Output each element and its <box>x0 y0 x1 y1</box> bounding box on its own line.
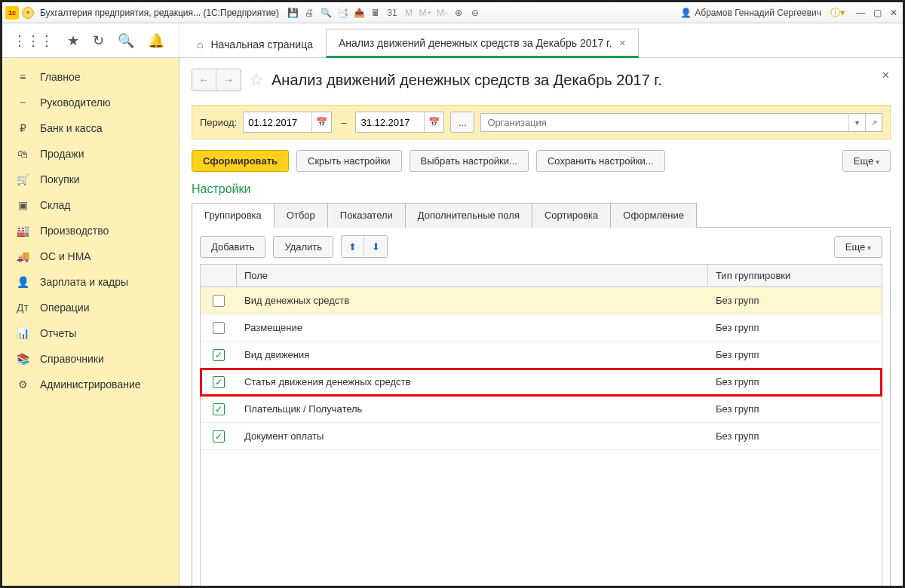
organization-field[interactable] <box>481 114 848 131</box>
calendar-icon[interactable]: 31 <box>386 7 398 19</box>
move-up-button[interactable]: ⬆ <box>342 236 364 257</box>
user-name: Абрамов Геннадий Сергеевич <box>695 8 821 18</box>
bell-icon[interactable]: 🔔 <box>148 32 164 49</box>
calendar-from-icon[interactable]: 📅 <box>311 112 331 132</box>
period-picker-button[interactable]: ... <box>450 112 474 133</box>
row-checkbox[interactable]: ✓ <box>213 349 225 361</box>
row-field: Плательщик / Получатель <box>237 398 708 420</box>
history-icon[interactable]: ↻ <box>93 32 104 49</box>
row-checkbox[interactable] <box>213 322 225 334</box>
sidebar-label: Отчеты <box>40 327 76 339</box>
org-dropdown-icon[interactable]: ▾ <box>848 114 865 131</box>
settings-tab-4[interactable]: Сортировка <box>532 203 611 228</box>
sidebar-item-2[interactable]: ₽Банк и касса <box>2 115 179 141</box>
add-button[interactable]: Добавить <box>200 236 265 258</box>
row-type: Без групп <box>708 371 882 393</box>
sidebar-item-6[interactable]: 🏭Производство <box>2 218 179 243</box>
sidebar-item-12[interactable]: ⚙Администрирование <box>2 372 179 397</box>
delete-button[interactable]: Удалить <box>273 236 333 258</box>
sidebar-item-0[interactable]: ≡Главное <box>2 64 179 90</box>
grid-row-0[interactable]: Вид денежных средствБез групп <box>201 287 882 314</box>
minimize-icon[interactable]: — <box>854 7 867 19</box>
calendar-to-icon[interactable]: 📅 <box>424 112 443 132</box>
export-icon[interactable]: 📤 <box>353 7 365 19</box>
zoom-out-icon[interactable]: ⊖ <box>469 7 481 19</box>
row-checkbox[interactable]: ✓ <box>213 376 225 388</box>
tab-report[interactable]: Анализ движений денежных средств за Дека… <box>326 29 639 58</box>
maximize-icon[interactable]: ▢ <box>871 7 883 19</box>
sidebar-item-1[interactable]: ~Руководителю <box>2 90 179 115</box>
settings-tab-1[interactable]: Отбор <box>274 203 328 228</box>
sidebar-icon: 📚 <box>16 353 29 365</box>
favorite-star-icon[interactable]: ☆ <box>249 70 264 90</box>
date-to-input[interactable]: 📅 <box>355 112 444 133</box>
row-checkbox[interactable]: ✓ <box>213 403 225 415</box>
row-field: Вид движения <box>237 344 708 366</box>
settings-tab-5[interactable]: Оформление <box>610 203 697 228</box>
grid-row-4[interactable]: ✓Плательщик / ПолучательБез групп <box>201 396 882 423</box>
m-plus-icon[interactable]: M+ <box>419 7 431 19</box>
sidebar-icon: ~ <box>16 96 29 109</box>
zoom-in-icon[interactable]: ⊕ <box>452 7 465 19</box>
settings-tabs: ГруппировкаОтборПоказателиДополнительные… <box>192 202 891 228</box>
organization-input[interactable]: ▾ ↗ <box>480 113 882 132</box>
settings-tab-3[interactable]: Дополнительные поля <box>405 203 532 228</box>
print-icon[interactable]: 🖨 <box>303 7 315 19</box>
nav-back-button[interactable]: ← <box>192 69 216 90</box>
sidebar-icon: ▣ <box>16 199 29 211</box>
settings-tab-2[interactable]: Показатели <box>327 203 406 228</box>
org-expand-icon[interactable]: ↗ <box>865 114 882 131</box>
calc-icon[interactable]: 🖩 <box>370 7 382 19</box>
tab-close-icon[interactable]: × <box>619 37 625 49</box>
settings-toolbar: Добавить Удалить ⬆ ⬇ Еще <box>200 235 882 258</box>
date-to-field[interactable] <box>356 114 424 131</box>
row-checkbox[interactable]: ✓ <box>213 430 225 443</box>
move-down-button[interactable]: ⬇ <box>364 236 387 257</box>
sidebar-item-5[interactable]: ▣Склад <box>2 192 179 218</box>
preview-icon[interactable]: 🔍 <box>320 7 332 19</box>
nav-fwd-button[interactable]: → <box>216 69 241 90</box>
tab-home[interactable]: ⌂ Начальная страница <box>184 30 326 57</box>
choose-settings-button[interactable]: Выбрать настройки... <box>410 150 529 172</box>
toolbar-more-button[interactable]: Еще <box>834 236 882 258</box>
sidebar-icon: 👤 <box>16 276 29 288</box>
col-field: Поле <box>237 265 708 286</box>
title-dropdown-icon[interactable]: ▾ <box>22 7 34 19</box>
date-from-field[interactable] <box>244 114 311 131</box>
sidebar-item-10[interactable]: 📊Отчеты <box>2 320 179 346</box>
settings-tab-0[interactable]: Группировка <box>192 203 275 228</box>
current-user[interactable]: 👤 Абрамов Геннадий Сергеевич <box>680 8 821 18</box>
date-from-input[interactable]: 📅 <box>243 112 332 133</box>
info-icon[interactable]: ⓘ▾ <box>830 6 845 20</box>
row-checkbox[interactable] <box>213 295 225 307</box>
grid-row-5[interactable]: ✓Документ оплатыБез групп <box>201 423 882 450</box>
compare-icon[interactable]: 📑 <box>336 7 348 19</box>
close-icon[interactable]: ✕ <box>888 7 900 19</box>
apps-icon[interactable]: ⋮⋮⋮ <box>13 32 54 49</box>
generate-button[interactable]: Сформировать <box>192 150 289 172</box>
tab-home-label: Начальная страница <box>210 38 312 51</box>
sidebar-item-3[interactable]: 🛍Продажи <box>2 141 179 167</box>
save-settings-button[interactable]: Сохранить настройки... <box>536 150 665 172</box>
grid-row-2[interactable]: ✓Вид движенияБез групп <box>201 341 882 369</box>
sidebar-item-7[interactable]: 🚚ОС и НМА <box>2 243 179 269</box>
sidebar-item-9[interactable]: ДтОперации <box>2 295 179 320</box>
search-icon[interactable]: 🔍 <box>118 32 134 49</box>
user-icon: 👤 <box>680 8 692 18</box>
favorite-icon[interactable]: ★ <box>67 32 79 49</box>
hide-settings-button[interactable]: Скрыть настройки <box>296 150 402 172</box>
grid-row-1[interactable]: РазмещениеБез групп <box>201 314 882 341</box>
m-minus-icon[interactable]: M- <box>436 7 448 19</box>
row-field: Статья движения денежных средств <box>237 371 708 393</box>
sidebar-item-4[interactable]: 🛒Покупки <box>2 167 179 192</box>
sidebar-icon: 🏭 <box>16 225 29 237</box>
save-icon[interactable]: 💾 <box>287 7 299 19</box>
page-close-icon[interactable]: × <box>882 69 889 82</box>
main-content: × ← → ☆ Анализ движений денежных средств… <box>179 58 903 588</box>
m-icon[interactable]: M <box>403 7 415 19</box>
more-button[interactable]: Еще <box>842 150 891 172</box>
sidebar-item-8[interactable]: 👤Зарплата и кадры <box>2 269 179 295</box>
grid-row-3[interactable]: ✓Статья движения денежных средствБез гру… <box>201 369 882 396</box>
sidebar-item-11[interactable]: 📚Справочники <box>2 346 179 372</box>
row-type: Без групп <box>708 289 882 311</box>
